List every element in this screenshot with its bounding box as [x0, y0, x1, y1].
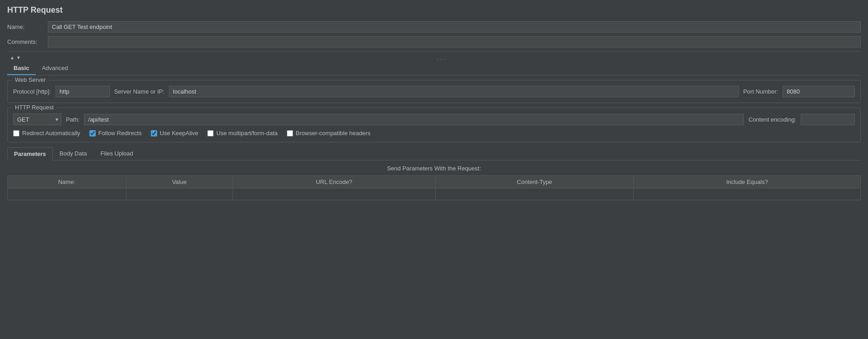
web-server-legend: Web Server [12, 76, 48, 83]
protocol-input[interactable] [56, 86, 110, 97]
content-encoding-label: Content encoding: [748, 116, 796, 123]
checkbox-use-multipart[interactable]: Use multipart/form-data [207, 130, 278, 137]
port-input[interactable] [783, 86, 855, 97]
params-table-header-row: Name: Value URL Encode? Content-Type Inc… [8, 176, 861, 188]
dropdown-arrow-icon: ▼ [55, 117, 59, 122]
server-label: Server Name or IP: [114, 88, 164, 95]
http-request-row: GET POST PUT DELETE PATCH HEAD OPTIONS ▼… [13, 113, 855, 125]
comments-row: Comments: [7, 36, 861, 47]
comments-input[interactable] [48, 36, 861, 47]
params-cell-include-equals-1[interactable] [634, 188, 861, 200]
params-cell-name-1[interactable] [8, 188, 126, 200]
checkbox-use-keepalive-label: Use KeepAlive [160, 130, 198, 137]
checkbox-follow-redirects[interactable]: Follow Redirects [89, 130, 142, 137]
sub-tab-parameters[interactable]: Parameters [7, 147, 53, 160]
checkbox-redirect-automatically[interactable]: Redirect Automatically [13, 130, 80, 137]
checkbox-use-keepalive-input[interactable] [151, 130, 157, 137]
sub-tab-body-data[interactable]: Body Data [53, 147, 94, 160]
server-input[interactable] [169, 86, 739, 97]
web-server-row: Protocol [http]: Server Name or IP: Port… [13, 86, 855, 97]
http-request-legend: HTTP Request [12, 104, 56, 111]
params-title: Send Parameters With the Request: [7, 165, 861, 172]
checkbox-follow-redirects-input[interactable] [89, 130, 96, 137]
collapse-up-icon[interactable]: ▲ [10, 55, 14, 60]
checkbox-browser-compatible-label: Browser-compatible headers [296, 130, 370, 137]
checkbox-browser-compatible-input[interactable] [287, 130, 293, 137]
params-cell-url-encode-1[interactable] [233, 188, 435, 200]
path-input[interactable] [84, 114, 744, 125]
name-input[interactable] [48, 21, 861, 33]
params-cell-value-1[interactable] [126, 188, 233, 200]
comments-label: Comments: [7, 38, 48, 45]
dots-separator: ... [23, 54, 861, 61]
method-select-wrapper[interactable]: GET POST PUT DELETE PATCH HEAD OPTIONS ▼ [13, 113, 61, 125]
params-table-empty-row [8, 188, 861, 200]
params-col-name: Name: [8, 176, 126, 188]
sub-tab-files-upload[interactable]: Files Upload [94, 147, 140, 160]
collapse-icons: ▲ ▼ [7, 53, 23, 62]
checkbox-use-keepalive[interactable]: Use KeepAlive [151, 130, 198, 137]
port-label: Port Number: [743, 88, 778, 95]
params-section: Send Parameters With the Request: Name: … [7, 165, 861, 200]
http-request-section: HTTP Request GET POST PUT DELETE PATCH H… [7, 108, 861, 142]
checkbox-browser-compatible[interactable]: Browser-compatible headers [287, 130, 370, 137]
name-row: Name: [7, 21, 861, 33]
page-title: HTTP Request [7, 5, 861, 15]
tab-advanced[interactable]: Advanced [36, 62, 75, 75]
checkbox-redirect-automatically-input[interactable] [13, 130, 19, 137]
collapse-down-icon[interactable]: ▼ [16, 55, 21, 60]
method-select[interactable]: GET POST PUT DELETE PATCH HEAD OPTIONS [17, 116, 53, 123]
name-label: Name: [7, 24, 48, 30]
sub-tabs: Parameters Body Data Files Upload [7, 147, 861, 160]
params-col-content-type: Content-Type [435, 176, 634, 188]
main-container: HTTP Request Name: Comments: ▲ ▼ ... Bas… [0, 0, 868, 206]
params-table: Name: Value URL Encode? Content-Type Inc… [7, 175, 861, 200]
checkbox-follow-redirects-label: Follow Redirects [98, 130, 142, 137]
checkbox-redirect-automatically-label: Redirect Automatically [22, 130, 80, 137]
params-cell-content-type-1[interactable] [435, 188, 634, 200]
main-tabs: Basic Advanced [7, 62, 861, 75]
content-encoding-input[interactable] [801, 114, 855, 125]
params-col-include-equals: Include Equals? [634, 176, 861, 188]
protocol-label: Protocol [http]: [13, 88, 51, 95]
divider-row: ▲ ▼ ... [7, 51, 861, 62]
checkbox-use-multipart-input[interactable] [207, 130, 214, 137]
tab-basic[interactable]: Basic [7, 62, 36, 75]
web-server-section: Web Server Protocol [http]: Server Name … [7, 80, 861, 103]
checkbox-use-multipart-label: Use multipart/form-data [216, 130, 278, 137]
checkboxes-row: Redirect Automatically Follow Redirects … [13, 130, 855, 137]
path-label: Path: [66, 116, 79, 123]
params-col-url-encode: URL Encode? [233, 176, 435, 188]
params-col-value: Value [126, 176, 233, 188]
